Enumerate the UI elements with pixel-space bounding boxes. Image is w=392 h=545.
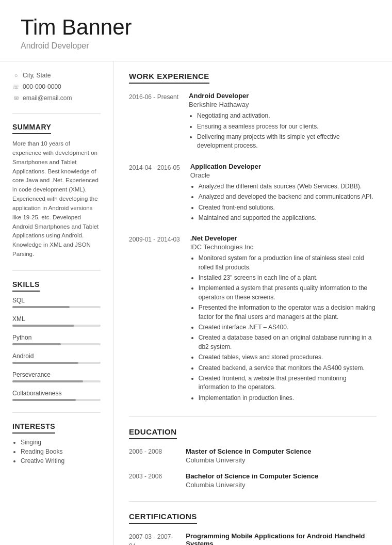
cert-title: Programming Mobile Applications for Andr… (186, 532, 377, 545)
interests-section: INTERESTS SingingReading BooksCreative W… (12, 412, 101, 464)
skill-name: Android (12, 352, 101, 360)
interest-item: Singing (21, 439, 101, 446)
certification-entry: 2007-03 - 2007-04 Programming Mobile App… (129, 532, 377, 545)
degree-title: Bachelor of Science in Computer Science (186, 472, 318, 480)
education-entry: 2006 - 2008 Master of Science in Compute… (129, 447, 377, 464)
interest-item: Reading Books (21, 448, 101, 455)
school-name: Columbia University (186, 456, 311, 464)
contact-email: ✉ email@email.com (12, 94, 101, 102)
bullet-item: Maintained and supported the application… (199, 214, 377, 222)
skills-list: SQL XML Python Android Perseverance (12, 297, 101, 401)
resume-container: Tim Banner Android Developer ○ City, Sta… (0, 0, 392, 545)
phone-text: 000-000-0000 (23, 83, 61, 90)
skill-item: SQL (12, 297, 101, 308)
bullet-item: Created interface .NET – AS400. (199, 323, 377, 332)
certifications-entries-list: 2007-03 - 2007-04 Programming Mobile App… (129, 532, 377, 545)
bullets-list: Monitored system for a production line o… (190, 254, 377, 403)
skill-bar-background (12, 399, 101, 401)
entry-dates: 2014-04 - 2016-05 (129, 163, 180, 225)
bullet-item: Created a database based on an original … (199, 333, 377, 351)
work-entry: 2014-04 - 2016-05 Application Developer … (129, 163, 377, 225)
edu-dates: 2006 - 2008 (129, 447, 175, 464)
company-name: IDC Technologies Inc (190, 243, 377, 251)
summary-title: SUMMARY (12, 123, 51, 134)
bullet-item: Monitored system for a production line o… (199, 254, 377, 272)
skill-item: Python (12, 334, 101, 345)
contact-section: ○ City, State ☏ 000-000-0000 ✉ email@ema… (12, 72, 101, 102)
contact-location: ○ City, State (12, 72, 101, 79)
bullet-item: Analyzed the different data sources (Web… (199, 182, 377, 191)
interest-item: Creative Writing (21, 457, 101, 464)
entry-dates: 2009-01 - 2014-03 (129, 234, 180, 404)
education-title: EDUCATION (129, 427, 177, 439)
main-content: WORK EXPERIENCE 2016-06 - Present Androi… (113, 61, 392, 545)
entry-dates: 2016-06 - Present (129, 92, 178, 152)
skill-bar-background (12, 325, 101, 327)
bullets-list: Negotiating and activation.Ensuring a se… (189, 111, 377, 151)
interests-title: INTERESTS (12, 422, 55, 434)
body-container: ○ City, State ☏ 000-000-0000 ✉ email@ema… (0, 61, 392, 545)
work-entries-list: 2016-06 - Present Android Developer Berk… (129, 92, 377, 404)
certifications-title: CERTIFICATIONS (129, 512, 197, 524)
skill-bar-fill (12, 325, 74, 327)
cert-content: Programming Mobile Applications for Andr… (186, 532, 377, 545)
skill-bar-fill (12, 380, 83, 382)
skill-name: SQL (12, 297, 101, 304)
cert-dates: 2007-03 - 2007-04 (129, 532, 175, 545)
section-divider-cert (129, 501, 377, 502)
work-entry: 2016-06 - Present Android Developer Berk… (129, 92, 377, 152)
edu-content: Bachelor of Science in Computer Science … (186, 472, 318, 489)
skill-bar-background (12, 306, 101, 308)
entry-content: .Net Developer IDC Technologies Inc Moni… (190, 234, 377, 404)
summary-section: SUMMARY More than 10 years of experience… (12, 113, 101, 259)
edu-content: Master of Science in Computer Science Co… (186, 447, 311, 464)
candidate-title: Android Developer (21, 41, 371, 51)
skill-name: Perseverance (12, 371, 101, 378)
work-experience-title: WORK EXPERIENCE (129, 72, 209, 84)
education-entries-list: 2006 - 2008 Master of Science in Compute… (129, 447, 377, 489)
bullet-item: Installed 23" screens in each line of a … (199, 274, 377, 282)
work-entry: 2009-01 - 2014-03 .Net Developer IDC Tec… (129, 234, 377, 404)
email-link[interactable]: email@email.com (23, 94, 72, 102)
degree-title: Master of Science in Computer Science (186, 447, 311, 455)
summary-text: More than 10 years of experience with de… (12, 139, 101, 259)
bullet-item: Created frontend, a website that present… (199, 374, 377, 392)
bullet-item: Implemented a system that presents quali… (199, 284, 377, 302)
job-title: Android Developer (189, 92, 377, 100)
bullet-item: Implementation in production lines. (199, 394, 377, 403)
entry-content: Android Developer Berkshire Hathaway Neg… (189, 92, 377, 152)
skill-name: Collaborativeness (12, 390, 101, 397)
location-icon: ○ (12, 72, 20, 78)
section-divider-edu (129, 416, 377, 417)
bullet-item: Created front-end solutions. (199, 203, 377, 212)
skill-item: XML (12, 315, 101, 327)
job-title: Application Developer (190, 163, 377, 170)
skill-bar-fill (12, 343, 61, 345)
skill-name: XML (12, 315, 101, 323)
skills-section: SKILLS SQL XML Python Android Perseveran… (12, 270, 101, 401)
education-entry: 2003 - 2006 Bachelor of Science in Compu… (129, 472, 377, 489)
skills-title: SKILLS (12, 280, 40, 292)
bullets-list: Analyzed the different data sources (Web… (190, 182, 377, 223)
bullet-item: Negotiating and activation. (197, 111, 377, 120)
job-title: .Net Developer (190, 234, 377, 242)
skill-item: Android (12, 352, 101, 364)
skill-bar-fill (12, 306, 70, 308)
work-experience-section: WORK EXPERIENCE 2016-06 - Present Androi… (129, 72, 377, 404)
skill-name: Python (12, 334, 101, 341)
entry-content: Application Developer Oracle Analyzed th… (190, 163, 377, 225)
sidebar: ○ City, State ☏ 000-000-0000 ✉ email@ema… (0, 61, 113, 545)
bullet-item: Analyzed and developed the backend and c… (199, 193, 377, 201)
skill-bar-background (12, 343, 101, 345)
candidate-name: Tim Banner (21, 15, 371, 39)
bullet-item: Created backend, a service that monitors… (199, 364, 377, 373)
company-name: Oracle (190, 171, 377, 179)
skill-item: Collaborativeness (12, 390, 101, 401)
company-name: Berkshire Hathaway (189, 101, 377, 108)
location-text: City, State (23, 72, 51, 79)
edu-dates: 2003 - 2006 (129, 472, 175, 489)
skill-bar-background (12, 362, 101, 364)
skill-bar-fill (12, 362, 78, 364)
bullet-item: Ensuring a seamless process for our clie… (197, 122, 377, 131)
email-icon: ✉ (12, 95, 20, 102)
